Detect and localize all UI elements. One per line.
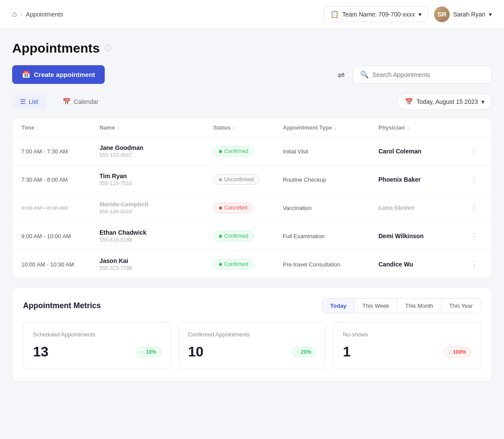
metric-card-row: 10 ↑ 20% [188, 344, 316, 360]
main-content: Appointments ⓘ 📅 Create appointment ⇌ 🔍 … [0, 29, 504, 394]
col-time[interactable]: Time ↓ [21, 124, 99, 131]
row-patient-phone: 555-618-9188 [99, 237, 213, 243]
table-header: Time ↓ Name ↕ Status ↕ Appointment Type … [13, 118, 491, 137]
row-more-button[interactable]: ⋮ [465, 173, 483, 186]
status-label: Confirmed [224, 148, 248, 154]
row-physician: Lana Steiner [378, 204, 465, 211]
row-time: 7:30 AM - 8:00 AM [21, 176, 99, 183]
row-time: 7:00 AM - 7:30 AM [21, 148, 99, 155]
row-more-button[interactable]: ⋮ [465, 258, 483, 271]
create-appointment-button[interactable]: 📅 Create appointment [12, 65, 105, 84]
create-appointment-icon: 📅 [22, 70, 30, 79]
col-type[interactable]: Appointment Type ↕ [283, 124, 378, 131]
row-time: 8:00 AM - 8:30 AM [21, 205, 99, 211]
list-tab-label: List [29, 98, 38, 105]
filter-icon: ⇌ [338, 70, 345, 80]
row-status: Confirmed [213, 231, 283, 241]
row-patient: Marida Campbell 555-125-0019 [99, 201, 213, 215]
status-badge: Unconfirmed [213, 174, 259, 185]
metrics-tabs: Today This Week This Month This Year [322, 298, 481, 313]
metric-badge: ↑ 10% [136, 347, 161, 357]
info-icon[interactable]: ⓘ [104, 44, 111, 53]
tab-list[interactable]: ☰ List [12, 94, 46, 109]
row-status: Cancelled [213, 203, 283, 213]
row-more-button[interactable]: ⋮ [465, 201, 483, 214]
status-dot [219, 206, 222, 210]
breadcrumb: ⌂ › Appointments [12, 10, 63, 19]
status-label: Unconfirmed [224, 176, 254, 183]
create-appointment-label: Create appointment [34, 71, 95, 78]
row-patient-name: Jane Goodman [99, 144, 213, 151]
table-row: 8:00 AM - 8:30 AM Marida Campbell 555-12… [13, 194, 491, 222]
status-label: Confirmed [224, 233, 248, 239]
action-bar: 📅 Create appointment ⇌ 🔍 [12, 65, 492, 84]
row-patient-name: Jason Kai [99, 257, 213, 264]
metrics-section: Appointment Metrics Today This Week This… [12, 287, 492, 382]
status-dot [219, 150, 222, 153]
col-name-sort-icon: ↕ [117, 125, 119, 130]
user-chevron-icon: ▾ [489, 11, 492, 18]
metric-change-value: 10% [146, 349, 156, 355]
metric-card-confirmed: Confirmed Appointments 10 ↑ 20% [178, 322, 326, 369]
metric-card-label: Confirmed Appointments [188, 331, 316, 338]
right-actions: ⇌ 🔍 [335, 66, 492, 83]
row-patient-phone: 555-323-7788 [99, 265, 213, 271]
metrics-tab-this-year[interactable]: This Year [441, 299, 481, 313]
col-type-sort-icon: ↕ [334, 125, 337, 130]
metrics-tab-this-week[interactable]: This Week [355, 299, 397, 313]
avatar: SR [434, 7, 450, 22]
col-status-sort-icon: ↕ [233, 125, 235, 130]
status-badge: Cancelled [213, 203, 253, 213]
metric-card-scheduled: Scheduled Appointments 13 ↑ 10% [23, 322, 171, 369]
status-dot [219, 178, 222, 181]
metric-card-row: 13 ↑ 10% [33, 344, 161, 360]
table-row: 10:00 AM - 10:30 AM Jason Kai 555-323-77… [13, 250, 491, 278]
row-status: Unconfirmed [213, 174, 283, 185]
filter-button[interactable]: ⇌ [335, 67, 348, 83]
row-appointment-type: Vaccination [283, 205, 378, 211]
metric-change-value: 100% [453, 349, 466, 355]
status-badge: Confirmed [213, 146, 254, 156]
view-tabs-row: ☰ List 📅 Calendar 📅 Today, August 15 202… [12, 93, 492, 110]
col-type-label: Appointment Type [283, 124, 332, 131]
metrics-tab-this-month[interactable]: This Month [397, 299, 441, 313]
date-calendar-icon: 📅 [405, 98, 413, 106]
col-name[interactable]: Name ↕ [99, 124, 213, 131]
row-time: 9:00 AM - 10:00 AM [21, 233, 99, 239]
row-time: 10:00 AM - 10:30 AM [21, 261, 99, 268]
search-icon: 🔍 [360, 70, 369, 79]
row-more-button[interactable]: ⋮ [465, 145, 483, 158]
page-title: Appointments [12, 41, 100, 56]
col-status-label: Status [213, 124, 231, 131]
calendar-tab-icon: 📅 [63, 98, 71, 106]
team-selector-button[interactable]: 📋 Team Name: 709-700-xxxx ▾ [324, 6, 428, 22]
col-physician[interactable]: Physician ↕ [378, 124, 465, 131]
col-status[interactable]: Status ↕ [213, 124, 283, 131]
page-title-row: Appointments ⓘ [12, 41, 492, 56]
table-row: 9:00 AM - 10:00 AM Ethan Chadwick 555-61… [13, 222, 491, 250]
metric-value: 13 [33, 344, 49, 360]
row-patient-phone: 555-125-0019 [99, 209, 213, 215]
metrics-tab-today[interactable]: Today [322, 299, 355, 313]
metrics-title: Appointment Metrics [23, 301, 101, 310]
user-name-label: Sarah Ryan [453, 11, 485, 18]
metric-card-row: 1 ↓ 100% [343, 344, 471, 360]
metrics-cards: Scheduled Appointments 13 ↑ 10% Confirme… [23, 322, 481, 369]
list-tab-icon: ☰ [20, 98, 26, 106]
status-label: Cancelled [224, 205, 247, 211]
col-physician-label: Physician [378, 124, 405, 131]
date-selector-button[interactable]: 📅 Today, August 15 2023 ▾ [398, 93, 492, 110]
search-input[interactable] [372, 71, 484, 78]
metric-change-value: 20% [301, 349, 311, 355]
metric-arrow-icon: ↑ [296, 349, 299, 355]
row-patient: Jason Kai 555-323-7788 [99, 257, 213, 271]
tab-calendar[interactable]: 📅 Calendar [55, 94, 106, 109]
row-patient-phone: 555-123-7510 [99, 180, 213, 186]
row-more-button[interactable]: ⋮ [465, 229, 483, 243]
row-appointment-type: Full Examination [283, 233, 378, 239]
row-appointment-type: Initial Visit [283, 148, 378, 155]
home-icon[interactable]: ⌂ [12, 10, 17, 19]
row-patient-name: Marida Campbell [99, 201, 213, 208]
avatar-initials: SR [434, 7, 450, 22]
user-menu-button[interactable]: SR Sarah Ryan ▾ [434, 7, 492, 22]
